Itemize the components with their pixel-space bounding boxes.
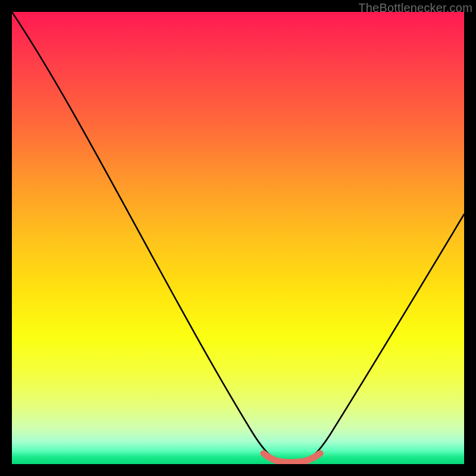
heat-gradient-background <box>12 12 464 464</box>
watermark-text: TheBottlenecker.com <box>358 1 472 15</box>
plot-area <box>12 12 464 464</box>
chart-frame: TheBottlenecker.com <box>0 0 476 476</box>
